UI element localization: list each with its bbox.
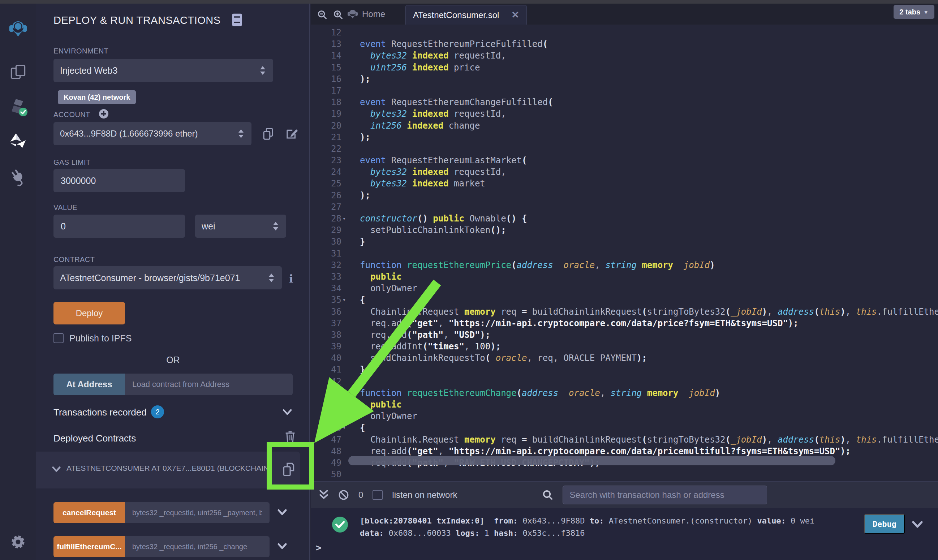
code-line[interactable]: onlyOwner (360, 283, 938, 294)
code-line[interactable]: constructor() public Ownable() { (360, 213, 938, 225)
code-line[interactable]: onlyOwner (360, 411, 938, 422)
code-line[interactable]: bytes32 indexed requestId, (360, 108, 938, 120)
code-line[interactable]: req.add("path", "USD"); (360, 329, 938, 341)
gutter-line[interactable]: 34 (311, 283, 354, 294)
code-line[interactable] (360, 248, 938, 259)
gutter-line[interactable]: 37 (311, 318, 354, 329)
gutter-line[interactable]: 25 (311, 178, 354, 189)
gutter-line[interactable]: 38 (311, 329, 354, 341)
gutter-line[interactable]: 36 (311, 306, 354, 318)
fulfill-ethereum-change-button[interactable]: fulfillEthereumC... (54, 536, 125, 557)
deploy-and-run-icon[interactable] (8, 132, 28, 152)
code-line[interactable]: } (360, 236, 938, 248)
code-line[interactable] (360, 201, 938, 213)
gutter-line[interactable]: 47 (311, 434, 354, 445)
cancel-request-params-input[interactable] (125, 502, 269, 523)
zoom-out-icon[interactable] (317, 10, 328, 20)
gutter-line[interactable]: 22 (311, 143, 354, 155)
code-line[interactable] (360, 27, 938, 38)
code-line[interactable]: sendChainlinkRequestTo(_oracle, req, ORA… (360, 352, 938, 364)
listen-network-checkbox[interactable] (372, 490, 383, 500)
tx-log-line-1[interactable]: [block:20780401 txIndex:0] from: 0x643..… (360, 516, 814, 525)
gutter-line[interactable]: 16 (311, 73, 354, 85)
gutter-line[interactable]: 21 (311, 132, 354, 143)
value-input[interactable] (54, 215, 185, 238)
at-address-button[interactable]: At Address (54, 374, 125, 395)
gutter-line[interactable]: 31 (311, 248, 354, 259)
code-line[interactable]: } (360, 364, 938, 375)
code-line[interactable]: req.add("get", "https://min-api.cryptoco… (360, 445, 938, 457)
plugin-manager-icon[interactable] (8, 167, 28, 187)
gutter-line[interactable]: 20 (311, 120, 354, 132)
zoom-in-icon[interactable] (333, 10, 343, 20)
trash-icon[interactable] (285, 431, 295, 444)
gutter-line[interactable]: 13 (311, 38, 354, 50)
gutter-line[interactable]: 26 (311, 190, 354, 201)
clear-console-icon[interactable] (338, 489, 349, 500)
code-line[interactable]: Chainlink.Request memory req = buildChai… (360, 306, 938, 318)
tx-log-line-2[interactable]: data: 0x608...60033 logs: 1 hash: 0x53c.… (360, 529, 585, 538)
code-line[interactable]: ); (360, 73, 938, 85)
code-line[interactable]: public (360, 399, 938, 411)
gutter-line[interactable]: 24 (311, 166, 354, 178)
gutter-line[interactable]: 48 (311, 445, 354, 457)
gutter-line[interactable]: 14 (311, 50, 354, 62)
code-line[interactable]: bytes32 indexed market (360, 178, 938, 189)
code-line[interactable]: ); (360, 190, 938, 201)
gutter-line[interactable]: 32 (311, 259, 354, 271)
gutter-line[interactable]: 15 (311, 62, 354, 73)
at-address-input[interactable] (125, 374, 293, 395)
code-line[interactable]: setPublicChainlinkToken(); (360, 225, 938, 236)
gutter-line[interactable]: 43 (311, 387, 354, 399)
edit-account-icon[interactable] (286, 127, 298, 140)
value-unit-select[interactable]: wei (195, 215, 286, 238)
code-line[interactable]: ); (360, 132, 938, 143)
gutter-line[interactable]: 23 (311, 155, 354, 166)
gutter-line[interactable]: 49 (311, 457, 354, 469)
gutter-line[interactable]: 33 (311, 271, 354, 283)
solidity-compiler-icon[interactable] (8, 97, 28, 117)
gutter-line[interactable]: 18 (311, 97, 354, 108)
code-line[interactable]: { (360, 422, 938, 434)
tx-expand-chevron-icon[interactable] (912, 521, 923, 529)
code-line[interactable]: Chainlink.Request memory req = buildChai… (360, 434, 938, 445)
code-line[interactable] (360, 376, 938, 387)
environment-select[interactable]: Injected Web3 (54, 59, 273, 82)
deployed-contract-card[interactable]: ATESTNETCONSUMER AT 0X7E7...E80D1 (BLOCK… (36, 452, 300, 488)
publish-ipfs-checkbox[interactable] (54, 333, 64, 343)
gutter-line[interactable]: 40 (311, 352, 354, 364)
code-line[interactable]: function requestEthereumPrice(address _o… (360, 259, 938, 271)
gutter-line[interactable]: 46▾ (311, 422, 354, 434)
tab-home[interactable]: Home (347, 4, 385, 25)
code-line[interactable]: event RequestEthereumLastMarket( (360, 155, 938, 166)
gutter-line[interactable]: 30 (311, 236, 354, 248)
file-explorer-icon[interactable] (8, 62, 28, 82)
copy-contract-address-icon[interactable] (282, 462, 295, 478)
code-line[interactable]: bytes32 indexed requestId, (360, 50, 938, 62)
gutter-line[interactable]: 19 (311, 108, 354, 120)
account-select[interactable]: 0x643...9F88D (1.666673996 ether) (54, 122, 252, 145)
tab-close-icon[interactable]: ✕ (511, 9, 519, 21)
code-line[interactable]: bytes32 indexed requestId, (360, 166, 938, 178)
gutter-line[interactable]: 44 (311, 399, 354, 411)
expand-terminal-icon[interactable] (319, 489, 329, 501)
code-line[interactable] (360, 85, 938, 97)
terminal-prompt[interactable]: > (316, 542, 321, 553)
gutter-line[interactable]: 45 (311, 411, 354, 422)
gutter-line[interactable]: 39 (311, 341, 354, 352)
code-line[interactable] (360, 143, 938, 155)
gutter-line[interactable]: 12 (311, 27, 354, 38)
deploy-button[interactable]: Deploy (54, 302, 125, 325)
gutter-line[interactable]: 28▾ (311, 213, 354, 225)
gutter-line[interactable]: 41 (311, 364, 354, 375)
gutter-line[interactable]: 27 (311, 201, 354, 213)
contract-expand-chevron-icon[interactable] (52, 466, 61, 472)
cancel-request-button[interactable]: cancelRequest (54, 502, 125, 523)
editor-code[interactable]: event RequestEthereumPriceFulfilled( byt… (360, 27, 938, 480)
editor-body[interactable]: 1213141516171819202122232425262728▾29303… (311, 25, 938, 481)
fulfill-expand-icon[interactable] (277, 543, 287, 550)
debug-button[interactable]: Debug (864, 514, 905, 534)
code-line[interactable]: int256 indexed change (360, 120, 938, 132)
gutter-line[interactable]: 35▾ (311, 294, 354, 306)
transactions-chevron-down-icon[interactable] (283, 409, 292, 415)
